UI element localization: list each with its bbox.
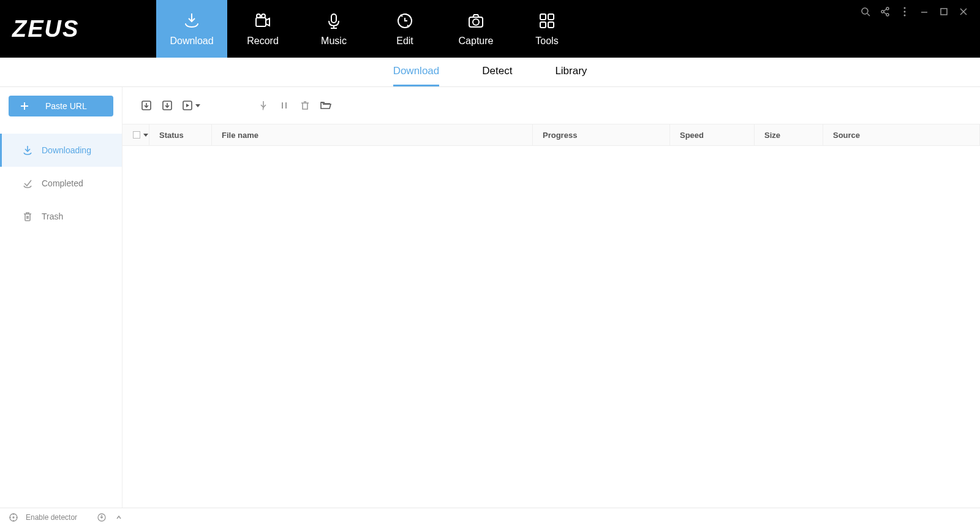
- content-area: Status File name Progress Speed Size Sou…: [123, 87, 980, 508]
- toolbar-group-left: [140, 99, 200, 112]
- toolbar: [123, 87, 980, 124]
- sidebar-list: Downloading Completed Trash: [0, 134, 122, 233]
- svg-point-12: [886, 7, 889, 10]
- record-icon: [253, 11, 273, 31]
- col-speed[interactable]: Speed: [670, 124, 755, 145]
- svg-rect-0: [256, 18, 266, 26]
- svg-rect-9: [540, 22, 546, 28]
- svg-point-2: [262, 14, 265, 18]
- batch-download-alt-icon[interactable]: [160, 99, 174, 112]
- main-nav: Download Record Music Edit Capture: [156, 0, 582, 58]
- col-progress[interactable]: Progress: [533, 124, 670, 145]
- nav-download-label: Download: [170, 36, 213, 47]
- enable-detector-label[interactable]: Enable detector: [26, 513, 77, 522]
- paste-url-label: Paste URL: [45, 101, 87, 111]
- paste-url-button[interactable]: Paste URL: [9, 96, 113, 116]
- table-body: [123, 146, 980, 508]
- nav-record[interactable]: Record: [227, 0, 298, 58]
- sidebar-trash-label: Trash: [42, 212, 63, 221]
- music-icon: [324, 11, 344, 31]
- chevron-down-icon: [195, 104, 200, 107]
- nav-edit[interactable]: Edit: [369, 0, 440, 58]
- col-status-label: Status: [159, 131, 184, 140]
- main-area: Paste URL Downloading Completed Trash: [0, 87, 980, 508]
- pause-icon[interactable]: [277, 99, 291, 112]
- close-button[interactable]: [958, 6, 969, 17]
- sidebar-downloading-label: Downloading: [42, 145, 91, 155]
- nav-music[interactable]: Music: [298, 0, 369, 58]
- subtab-detect-label: Detect: [482, 65, 512, 77]
- sidebar-item-downloading[interactable]: Downloading: [0, 134, 122, 167]
- detector-target-icon[interactable]: [9, 513, 18, 522]
- delete-icon[interactable]: [298, 99, 312, 112]
- sub-tabs: Download Detect Library: [0, 58, 980, 87]
- toolbar-group-right: [257, 99, 333, 112]
- bottom-bar: Enable detector: [0, 508, 980, 526]
- subtab-library-label: Library: [555, 65, 587, 77]
- share-icon[interactable]: [880, 6, 891, 17]
- col-size-label: Size: [764, 131, 780, 140]
- col-file-name[interactable]: File name: [212, 124, 533, 145]
- col-source-label: Source: [833, 131, 860, 140]
- capture-icon: [466, 11, 486, 31]
- sidebar-item-completed[interactable]: Completed: [0, 167, 122, 200]
- open-folder-icon[interactable]: [319, 99, 333, 112]
- svg-point-17: [904, 15, 906, 17]
- app-name: ZEUS: [12, 16, 79, 42]
- nav-tools-label: Tools: [535, 36, 558, 47]
- subtab-download[interactable]: Download: [393, 58, 440, 86]
- nav-music-label: Music: [321, 36, 347, 47]
- nav-edit-label: Edit: [396, 36, 413, 47]
- col-file-label: File name: [222, 131, 258, 140]
- sidebar-item-trash[interactable]: Trash: [0, 200, 122, 233]
- nav-capture[interactable]: Capture: [440, 0, 511, 58]
- col-size[interactable]: Size: [755, 124, 823, 145]
- app-logo: ZEUS: [0, 0, 156, 58]
- download-action-icon[interactable]: [257, 99, 270, 112]
- window-controls: [860, 0, 980, 58]
- completed-icon: [22, 178, 33, 189]
- svg-rect-7: [540, 14, 546, 20]
- chevron-down-icon[interactable]: [143, 134, 148, 137]
- plus-icon: [20, 101, 29, 111]
- top-bar: ZEUS Download Record Music Edit: [0, 0, 980, 58]
- sidebar-completed-label: Completed: [42, 178, 83, 188]
- svg-point-1: [257, 14, 260, 18]
- svg-rect-10: [548, 22, 554, 28]
- edit-icon: [395, 11, 415, 31]
- svg-rect-3: [331, 14, 336, 23]
- search-icon[interactable]: [860, 6, 871, 17]
- subtab-detect[interactable]: Detect: [482, 58, 512, 86]
- maximize-button[interactable]: [938, 6, 949, 17]
- svg-point-16: [904, 11, 906, 13]
- speed-limit-icon[interactable]: [97, 513, 107, 522]
- minimize-button[interactable]: [919, 6, 930, 17]
- nav-tools[interactable]: Tools: [511, 0, 582, 58]
- svg-point-14: [886, 13, 889, 16]
- col-source[interactable]: Source: [823, 124, 980, 145]
- chevron-up-icon[interactable]: [114, 513, 124, 522]
- subtab-download-label: Download: [393, 65, 440, 77]
- svg-point-23: [13, 517, 14, 518]
- svg-rect-8: [548, 14, 554, 20]
- batch-download-icon[interactable]: [140, 99, 153, 112]
- col-status[interactable]: Status: [149, 124, 212, 145]
- downloading-icon: [22, 145, 33, 156]
- subtab-library[interactable]: Library: [555, 58, 587, 86]
- nav-download[interactable]: Download: [156, 0, 227, 58]
- col-progress-label: Progress: [543, 131, 577, 140]
- nav-capture-label: Capture: [459, 36, 494, 47]
- sidebar: Paste URL Downloading Completed Trash: [0, 87, 123, 508]
- nav-record-label: Record: [247, 36, 279, 47]
- video-settings-icon[interactable]: [181, 99, 200, 112]
- col-checkbox[interactable]: [123, 124, 149, 145]
- trash-icon: [22, 211, 33, 222]
- col-speed-label: Speed: [680, 131, 704, 140]
- select-all-checkbox[interactable]: [133, 131, 140, 139]
- tools-icon: [537, 11, 557, 31]
- svg-point-13: [881, 10, 884, 13]
- svg-rect-18: [941, 9, 947, 15]
- svg-point-6: [473, 19, 479, 25]
- svg-point-15: [904, 7, 906, 9]
- menu-icon[interactable]: [899, 6, 910, 17]
